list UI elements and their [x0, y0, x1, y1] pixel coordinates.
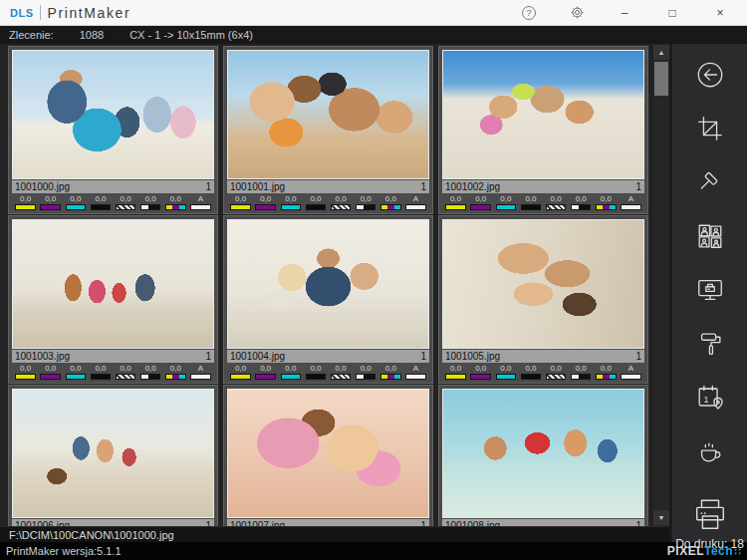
paint-roller-button[interactable]: [693, 329, 727, 359]
swatch-bar[interactable]: [331, 374, 352, 380]
photo-cell[interactable]: 1001005.jpg 1 0,00,00,00,00,00,00,0A: [438, 215, 648, 384]
photo-thumbnail[interactable]: [227, 219, 429, 349]
swatch-slot: A: [619, 194, 643, 210]
coffee-break-button[interactable]: [693, 436, 727, 466]
swatch-bar[interactable]: [15, 204, 36, 210]
swatch-bar[interactable]: [621, 204, 641, 210]
scroll-up-button[interactable]: ▲: [653, 45, 669, 60]
settings-button[interactable]: [568, 4, 586, 22]
maximize-button[interactable]: □: [663, 4, 681, 22]
swatch-strip: 0,00,00,00,00,00,00,0A: [12, 363, 214, 380]
swatch-label: 0,0: [525, 364, 536, 373]
swatch-bar[interactable]: [40, 374, 61, 380]
swatch-bar[interactable]: [230, 204, 251, 210]
photo-cell[interactable]: 1001003.jpg 1 0,00,00,00,00,00,00,0A: [8, 215, 218, 384]
swatch-slot: 0,0: [378, 194, 403, 210]
swatch-bar[interactable]: [356, 374, 376, 380]
swatch-bar[interactable]: [596, 374, 617, 380]
swatch-bar[interactable]: [405, 204, 426, 210]
swatch-strip: 0,00,00,00,00,00,00,0A: [227, 363, 429, 380]
swatch-bar[interactable]: [496, 204, 517, 210]
swatch-bar[interactable]: [596, 204, 617, 210]
swatch-bar[interactable]: [571, 204, 592, 210]
photo-cell[interactable]: 1001001.jpg 1 0,00,00,00,00,00,00,0A: [223, 46, 433, 214]
swatch-bar[interactable]: [66, 374, 87, 380]
swatch-bar[interactable]: [66, 204, 87, 210]
photo-cell[interactable]: 1001000.jpg 1 0,00,00,00,00,00,00,0A: [8, 46, 218, 214]
minimize-button[interactable]: –: [616, 4, 633, 22]
swatch-bar[interactable]: [281, 204, 302, 210]
swatch-slot: 0,0: [518, 364, 543, 380]
swatch-bar[interactable]: [306, 374, 327, 380]
swatch-bar[interactable]: [470, 374, 491, 380]
crop-button[interactable]: [693, 114, 727, 143]
calendar-event-button[interactable]: 1: [693, 383, 727, 413]
swatch-bar[interactable]: [255, 374, 276, 380]
swatch-bar[interactable]: [255, 204, 276, 210]
photo-cell[interactable]: 1001006.jpg 1 0,00,00,00,00,00,00,0A: [8, 385, 218, 526]
scroll-down-button[interactable]: ▼: [653, 510, 669, 525]
swatch-label: A: [413, 364, 418, 373]
swatch-bar[interactable]: [496, 374, 517, 380]
swatch-bar[interactable]: [331, 204, 352, 210]
swatch-bar[interactable]: [91, 374, 112, 380]
swatch-bar[interactable]: [470, 204, 491, 210]
swatch-bar[interactable]: [91, 204, 112, 210]
swatch-bar[interactable]: [405, 374, 426, 380]
photo-thumbnail[interactable]: [442, 50, 644, 179]
swatch-bar[interactable]: [546, 204, 567, 210]
tools-button[interactable]: [693, 167, 727, 197]
swatch-bar[interactable]: [190, 204, 211, 210]
swatch-label: 0,0: [260, 364, 271, 373]
swatch-bar[interactable]: [521, 204, 542, 210]
swatch-bar[interactable]: [445, 204, 466, 210]
version-text: PrintMaker wersja:5.1.1: [6, 545, 122, 557]
swatch-bar[interactable]: [15, 374, 36, 380]
photo-thumbnail[interactable]: [227, 389, 429, 518]
swatch-label: 0,0: [95, 194, 106, 203]
swatch-bar[interactable]: [140, 374, 161, 380]
back-button[interactable]: [693, 60, 727, 90]
print-queue-button[interactable]: Do druku: 18: [675, 496, 744, 551]
photo-thumbnail[interactable]: [442, 219, 644, 349]
swatch-bar[interactable]: [546, 374, 567, 380]
photo-label-bar: 1001000.jpg 1: [12, 180, 214, 193]
swatch-bar[interactable]: [116, 374, 136, 380]
photo-thumbnail[interactable]: [12, 389, 214, 518]
photo-cell[interactable]: 1001004.jpg 1 0,00,00,00,00,00,00,0A: [223, 215, 433, 384]
swatch-bar[interactable]: [380, 204, 401, 210]
scrollbar-thumb[interactable]: [654, 62, 668, 96]
swatch-label: 0,0: [170, 194, 181, 203]
photo-thumbnail[interactable]: [12, 219, 214, 349]
photo-cell[interactable]: 1001008.jpg 1 0,00,00,00,00,00,00,0A: [438, 385, 648, 526]
swatch-bar[interactable]: [380, 374, 401, 380]
swatch-slot: 0,0: [63, 194, 88, 210]
swatch-bar[interactable]: [356, 204, 376, 210]
vertical-scrollbar[interactable]: ▲ ▼: [651, 44, 669, 526]
swatch-bar[interactable]: [621, 374, 641, 380]
swatch-bar[interactable]: [281, 374, 302, 380]
photo-thumbnail[interactable]: [442, 389, 644, 518]
crop-icon: [695, 114, 725, 143]
close-button[interactable]: ×: [711, 4, 729, 22]
swatch-bar[interactable]: [116, 204, 136, 210]
monitor-print-button[interactable]: [693, 275, 727, 305]
swatch-label: 0,0: [601, 364, 612, 373]
swatch-bar[interactable]: [165, 204, 186, 210]
photo-cell[interactable]: 1001002.jpg 1 0,00,00,00,00,00,00,0A: [438, 46, 648, 214]
swatch-bar[interactable]: [165, 374, 186, 380]
swatch-bar[interactable]: [40, 204, 61, 210]
swatch-bar[interactable]: [140, 204, 161, 210]
photo-thumbnail[interactable]: [227, 50, 429, 179]
swatch-bar[interactable]: [521, 374, 542, 380]
swatch-bar[interactable]: [445, 374, 466, 380]
swatch-bar[interactable]: [230, 374, 251, 380]
swatch-bar[interactable]: [306, 204, 327, 210]
swatch-slot: 0,0: [354, 194, 378, 210]
id-photos-button[interactable]: [693, 221, 727, 251]
help-button[interactable]: ?: [520, 4, 538, 22]
photo-thumbnail[interactable]: [12, 50, 214, 179]
swatch-bar[interactable]: [571, 374, 592, 380]
photo-cell[interactable]: 1001007.jpg 1 0,00,00,00,00,00,00,0A: [223, 385, 433, 526]
swatch-bar[interactable]: [190, 374, 211, 380]
